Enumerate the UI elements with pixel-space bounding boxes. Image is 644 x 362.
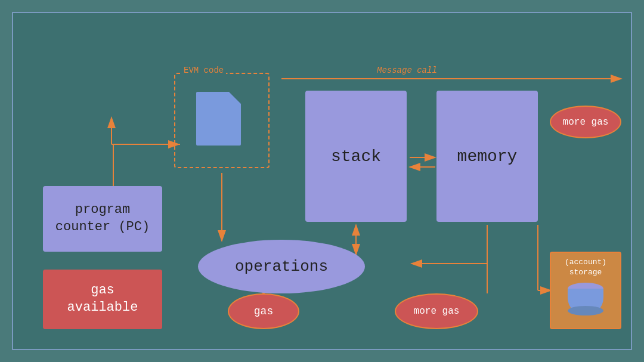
message-call-label: Message call [377, 66, 437, 75]
stack-box: stack [305, 91, 407, 222]
cylinder-rim [568, 306, 603, 315]
main-diagram: EVM code stack memory operations gas mor… [12, 12, 632, 350]
cylinder-icon [568, 283, 603, 315]
evm-code-box: EVM code [174, 73, 270, 168]
more-gas-bottom-ellipse: more gas [395, 293, 478, 329]
account-storage-box: (account) storage [550, 252, 621, 329]
operations-ellipse: operations [198, 240, 365, 293]
document-icon [196, 92, 241, 146]
memory-box: memory [436, 91, 538, 222]
more-gas-top-ellipse: more gas [550, 106, 621, 138]
doc-fold-icon [229, 92, 241, 104]
gas-ellipse: gas [228, 293, 299, 329]
program-counter-box [43, 186, 162, 252]
gas-available-box [43, 270, 162, 329]
evm-code-label: EVM code [181, 66, 226, 75]
account-storage-label: (account) storage [565, 258, 606, 278]
